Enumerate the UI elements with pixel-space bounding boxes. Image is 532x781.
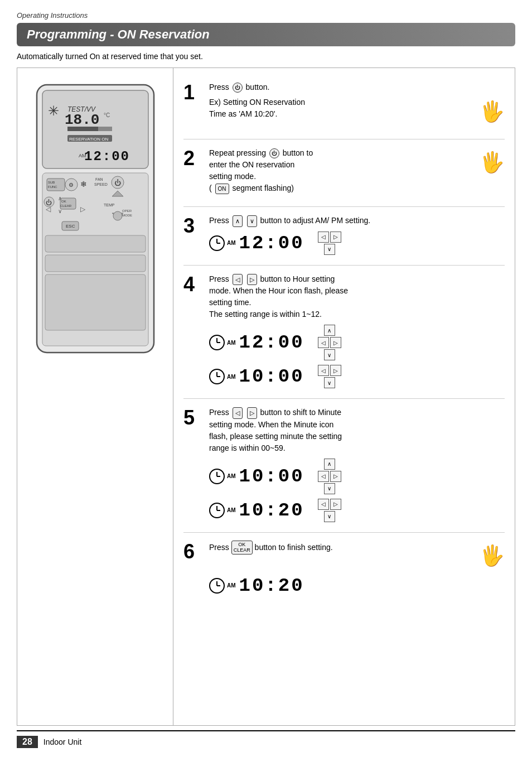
step-4-down-arrow-2[interactable]: ∨: [324, 377, 335, 388]
svg-rect-42: [45, 274, 146, 330]
step-4-clock-icon-2: [209, 369, 225, 384]
step-2-hand-icon: 🖐: [480, 147, 505, 177]
step-1-example: Ex) Setting ON Reservation Time as 'AM 1…: [209, 97, 305, 120]
svg-text:RESERVATION  ON: RESERVATION ON: [69, 137, 108, 142]
svg-text:✳: ✳: [48, 103, 59, 118]
step-4-time-row-1: AM 12:00 ∧ ◁ ▷ ∨: [209, 325, 505, 360]
section-title-bar: Programming - ON Reservation: [17, 23, 515, 46]
step-5-digits-2: 10:20: [239, 500, 304, 521]
step-3-down-btn[interactable]: ∨: [247, 215, 257, 227]
step-5-time-display-1: AM 10:00: [209, 466, 304, 487]
svg-point-26: [113, 211, 122, 220]
step-6-hand-icon: 🖐: [480, 541, 505, 571]
step-3-content: Press ∧ ∨ button to adjust AM/ PM settin…: [209, 215, 505, 257]
step-3-arrows: ◁ ▷ ∨: [318, 232, 341, 255]
step-1-button-label: button.: [244, 83, 270, 91]
page-footer: 28 Indoor Unit: [17, 730, 515, 753]
step-3-block: 3 Press ∧ ∨ button to adjust AM/ PM sett…: [183, 207, 505, 266]
page-container: Operating Instructions Programming - ON …: [0, 0, 532, 781]
step-5-am-label-2: AM: [227, 507, 236, 513]
step-5-down-arrow-1[interactable]: ∨: [324, 483, 335, 494]
step-5-left-btn[interactable]: ◁: [233, 407, 243, 419]
step-3-right-arrow[interactable]: ▷: [330, 232, 341, 243]
step-5-left-arrow-2[interactable]: ◁: [318, 499, 329, 510]
svg-text:OPER: OPER: [122, 209, 132, 213]
step-3-clock-icon: [209, 235, 225, 251]
step-6-desc: button to finish setting.: [253, 542, 333, 551]
step-4-press: Press: [209, 274, 231, 283]
step-3-visual: AM 12:00 ◁ ▷ ∨: [209, 232, 505, 255]
step-2-content: Repeat pressing ⏻ button toenter the ON …: [209, 147, 505, 199]
svg-rect-40: [45, 235, 146, 252]
step-4-up-arrow-1[interactable]: ∧: [324, 325, 335, 336]
step-6-digits: 10:20: [239, 575, 304, 596]
step-3-text: Press ∧ ∨ button to adjust AM/ PM settin…: [209, 215, 505, 227]
step-6-am-label: AM: [227, 582, 236, 589]
step-2-number: 2: [183, 148, 204, 168]
step-5-up-arrow-1[interactable]: ∧: [324, 459, 335, 470]
svg-rect-41: [45, 255, 146, 272]
step-1-power-btn[interactable]: ⏻: [233, 83, 243, 93]
remote-control-svg: ✳ TEST/VV 18.0 °C RESERVATION ON AM 12:0…: [31, 79, 159, 392]
step-4-right-arrow-2[interactable]: ▷: [330, 365, 341, 376]
step-5-down-arrow-2[interactable]: ∨: [324, 511, 335, 522]
step-2-on-btn: ON: [215, 184, 229, 194]
step-5-right-arrow-2[interactable]: ▷: [330, 499, 341, 510]
svg-text:❄: ❄: [80, 180, 87, 189]
step-6-press: Press: [209, 542, 231, 551]
step-3-desc: button to adjust AM/ PM setting.: [258, 216, 371, 225]
step-2-power-btn[interactable]: ⏻: [269, 148, 279, 158]
svg-text:▷: ▷: [80, 205, 86, 213]
step-1-content: Press ⏻ button. Ex) Setting ON Reservati…: [209, 81, 505, 131]
step-4-content: Press ◁ ▷ button to Hour settingmode. Wh…: [209, 273, 505, 391]
step-5-arrows-2: ◁ ▷ ∨: [318, 499, 341, 522]
step-6-time-row: AM 10:20: [209, 575, 505, 596]
step-5-text: Press ◁ ▷ button to shift to Minutesetti…: [209, 407, 505, 454]
step-5-time-row-2: AM 10:20 ◁ ▷ ∨: [209, 499, 505, 522]
step-4-clock-icon-1: [209, 335, 225, 350]
step-3-press: Press: [209, 216, 231, 225]
step-3-left-arrow[interactable]: ◁: [318, 232, 329, 243]
svg-text:∧: ∧: [58, 195, 62, 201]
svg-text:12:00: 12:00: [84, 149, 130, 164]
svg-text:∨: ∨: [58, 208, 62, 214]
step-4-arrows-1: ∧ ◁ ▷ ∨: [318, 325, 341, 360]
step-6-block: 6 Press OKCLEAR button to finish setting…: [183, 533, 505, 606]
step-3-down-arrow[interactable]: ∨: [324, 244, 335, 255]
step-1-block: 1 Press ⏻ button. Ex) Setting ON Reserva…: [183, 74, 505, 139]
step-4-time-row-2: AM 10:00 ◁ ▷ ∨: [209, 365, 505, 388]
step-4-arrows-2: ◁ ▷ ∨: [318, 365, 341, 388]
step-4-time-display-1: AM 12:00: [209, 332, 304, 353]
step-5-left-arrow-1[interactable]: ◁: [318, 471, 329, 482]
svg-text:⏻: ⏻: [46, 199, 52, 206]
step-5-right-btn[interactable]: ▷: [247, 407, 257, 419]
svg-text:SPEED: SPEED: [94, 182, 108, 186]
footer-number: 28: [17, 736, 38, 748]
step-5-number: 5: [183, 408, 204, 428]
step-3-am-label: AM: [227, 240, 236, 246]
right-panel: 1 Press ⏻ button. Ex) Setting ON Reserva…: [173, 68, 515, 725]
step-4-number: 4: [183, 274, 204, 295]
step-4-right-btn[interactable]: ▷: [247, 274, 257, 286]
section-title: Programming - ON Reservation: [27, 27, 210, 41]
step-4-down-arrow-1[interactable]: ∨: [324, 349, 335, 360]
step-5-clock-icon-1: [209, 469, 225, 484]
step-4-time-display-2: AM 10:00: [209, 366, 304, 387]
step-4-left-btn[interactable]: ◁: [233, 274, 243, 286]
svg-text:OK: OK: [61, 200, 66, 203]
footer-text: Indoor Unit: [43, 737, 81, 746]
step-6-ok-btn[interactable]: OKCLEAR: [231, 541, 253, 555]
step-4-right-arrow-1[interactable]: ▷: [330, 337, 341, 348]
step-3-up-btn[interactable]: ∧: [233, 215, 243, 227]
step-5-right-arrow-1[interactable]: ▷: [330, 471, 341, 482]
step-4-left-arrow-1[interactable]: ◁: [318, 337, 329, 348]
main-layout: ✳ TEST/VV 18.0 °C RESERVATION ON AM 12:0…: [17, 68, 515, 726]
left-panel: ✳ TEST/VV 18.0 °C RESERVATION ON AM 12:0…: [17, 68, 173, 725]
step-5-clock-icon-2: [209, 503, 225, 518]
page-header: Operating Instructions: [17, 11, 515, 20]
step-4-left-arrow-2[interactable]: ◁: [318, 365, 329, 376]
step-3-number: 3: [183, 216, 204, 236]
step-6-time-display: AM 10:20: [209, 575, 304, 596]
svg-rect-7: [67, 127, 98, 131]
step-5-press: Press: [209, 408, 231, 417]
